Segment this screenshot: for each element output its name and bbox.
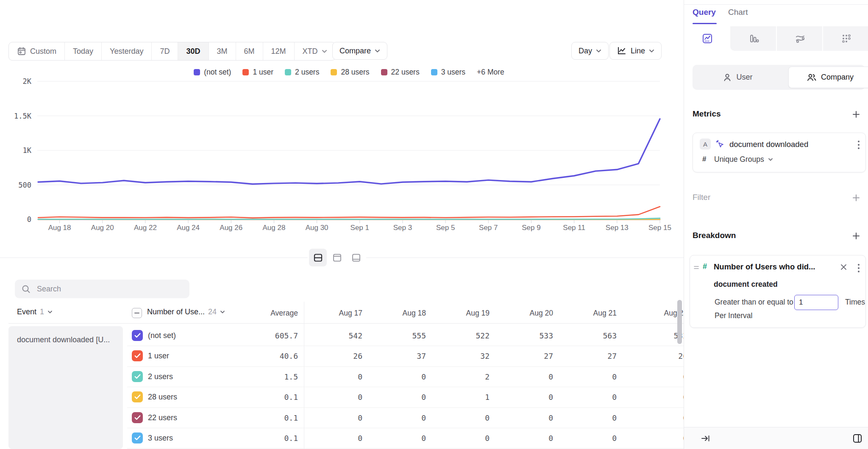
cell-value: 0	[362, 393, 426, 402]
check-icon	[134, 394, 141, 399]
cell-value: 0	[299, 393, 362, 402]
panel-layout-icon[interactable]	[852, 433, 862, 443]
top-panel-view-button[interactable]	[328, 249, 346, 266]
add-metric-button[interactable]	[851, 109, 861, 119]
add-filter-button[interactable]	[851, 193, 861, 203]
x-tick-label: Sep 3	[382, 224, 423, 232]
condition-label: Greater than or equal to	[715, 298, 793, 307]
search-input[interactable]	[36, 284, 173, 294]
range-3m[interactable]: 3M	[209, 42, 236, 60]
chevron-down-icon	[322, 50, 327, 53]
drag-handle-icon[interactable]	[693, 265, 699, 271]
bottom-panel-view-button[interactable]	[347, 249, 365, 266]
add-breakdown-button[interactable]	[851, 231, 861, 241]
grid-dots-icon	[841, 33, 852, 44]
chevron-down-icon	[375, 49, 380, 53]
times-value-input[interactable]	[794, 295, 838, 310]
chart-kind-bar-tab[interactable]	[731, 26, 777, 51]
column-header-aug-18[interactable]: Aug 18	[362, 309, 426, 318]
main-content: CustomTodayYesterday7D30D3M6M12MXTD Comp…	[0, 0, 684, 449]
analytics-app: { "toolbar": { "ranges": [ {"label":"Cus…	[0, 0, 868, 449]
range-xtd[interactable]: XTD	[294, 42, 335, 60]
breakdown-menu-button[interactable]	[857, 263, 860, 273]
close-icon[interactable]	[840, 264, 847, 270]
range-label: 7D	[160, 47, 170, 56]
cell-value: 0	[624, 372, 684, 381]
panel-top-divider	[684, 4, 868, 5]
breakdown-card-title[interactable]: Number of Users who did...	[714, 262, 815, 272]
x-tick-label: Aug 26	[211, 224, 251, 232]
number-property-icon: #	[703, 262, 707, 271]
column-header-aug-22[interactable]: Aug 22	[624, 309, 684, 318]
scope-user[interactable]: User	[693, 65, 783, 90]
chevron-down-icon	[220, 310, 225, 314]
series-label: 28 users	[148, 393, 177, 402]
cell-value: 0	[490, 393, 553, 402]
series-checkbox[interactable]	[132, 432, 143, 443]
column-header-aug-19[interactable]: Aug 19	[426, 309, 490, 318]
column-header-aug-20[interactable]: Aug 20	[490, 309, 553, 318]
x-tick-label: Sep 1	[339, 224, 380, 232]
cell-value: 0	[299, 413, 362, 422]
column-header-aug-17[interactable]: Aug 17	[299, 309, 362, 318]
cell-value: 0	[362, 372, 426, 381]
granularity-button[interactable]: Day	[571, 42, 609, 60]
column-header-average[interactable]: Average	[234, 309, 298, 318]
cell-value: 37	[362, 352, 426, 360]
compare-button[interactable]: Compare	[332, 42, 387, 60]
scope-company[interactable]: Company	[788, 67, 868, 88]
event-column-header[interactable]: Event 1	[17, 308, 53, 316]
metric-event-name[interactable]: document downloaded	[729, 140, 808, 149]
times-unit-label: Times	[845, 298, 865, 307]
metric-card[interactable]: A document downloaded # Unique Groups	[693, 133, 866, 172]
y-tick-label: 1.5K	[5, 112, 31, 120]
range-6m[interactable]: 6M	[236, 42, 263, 60]
chart-kind-flow-tab[interactable]	[777, 26, 823, 51]
hash-icon: #	[702, 155, 706, 164]
bar-chart-icon	[748, 33, 760, 44]
cell-value: 0.1	[234, 413, 298, 422]
cell-value: 1.5	[234, 372, 298, 381]
series-checkbox[interactable]	[132, 330, 143, 341]
chevron-down-icon	[649, 49, 654, 53]
event-list-cell[interactable]: document downloaded [U...	[8, 326, 123, 449]
plus-icon	[852, 194, 860, 202]
x-tick-label: Sep 13	[597, 224, 637, 232]
range-7d[interactable]: 7D	[151, 42, 178, 60]
range-custom[interactable]: Custom	[9, 42, 64, 60]
row-separator	[127, 448, 684, 449]
series-label: 2 users	[148, 372, 173, 381]
date-range-group: CustomTodayYesterday7D30D3M6M12MXTD	[8, 42, 336, 61]
series-checkbox[interactable]	[132, 371, 143, 382]
column-header-aug-21[interactable]: Aug 21	[553, 309, 617, 318]
cell-value: 533	[490, 331, 553, 340]
event-header-label: Event	[17, 308, 36, 316]
tab-chart[interactable]: Chart	[728, 8, 748, 17]
table-scrollbar-thumb[interactable]	[677, 300, 682, 344]
metrics-title: Metrics	[693, 109, 721, 119]
x-tick-label: Sep 7	[468, 224, 509, 232]
chart-kind-line-tab[interactable]	[684, 26, 730, 51]
series-checkbox[interactable]	[132, 350, 143, 361]
range-30d[interactable]: 30D	[178, 42, 208, 60]
line-chart-canvas[interactable]	[0, 64, 684, 237]
range-12m[interactable]: 12M	[263, 42, 294, 60]
split-view-button[interactable]	[309, 249, 327, 266]
series-checkbox[interactable]	[132, 412, 143, 423]
range-yesterday[interactable]: Yesterday	[101, 42, 151, 60]
query-panel: Query Chart User Company Metrics	[684, 0, 868, 449]
panel-footer	[684, 427, 868, 449]
measure-dropdown[interactable]: Unique Groups	[714, 155, 773, 164]
chart-kind-grid-tab[interactable]	[823, 26, 868, 51]
collapse-panel-icon[interactable]	[701, 434, 710, 443]
cell-value: 0	[553, 413, 617, 422]
series-checkbox[interactable]	[132, 391, 143, 402]
check-icon	[134, 374, 141, 379]
tab-query[interactable]: Query	[693, 8, 716, 17]
series-column-header[interactable]: Number of Use... 24	[147, 308, 225, 316]
cell-value: 32	[426, 352, 490, 360]
chart-type-button[interactable]: Line	[609, 42, 662, 60]
range-today[interactable]: Today	[64, 42, 101, 60]
metric-menu-button[interactable]	[857, 140, 860, 150]
select-all-checkbox[interactable]	[132, 308, 142, 318]
